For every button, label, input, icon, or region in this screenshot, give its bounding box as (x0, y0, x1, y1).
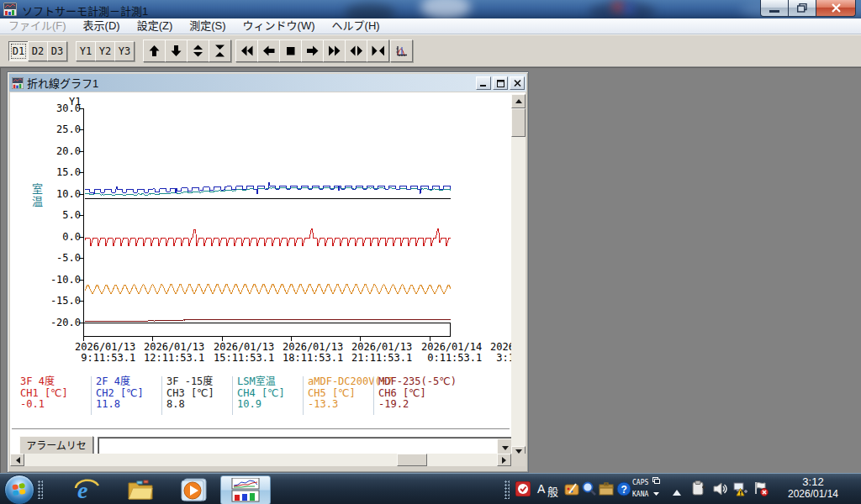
network-warning-icon[interactable] (733, 481, 748, 496)
ime-dictionary-icon[interactable] (599, 481, 614, 496)
toolbar-button-step-down[interactable] (165, 39, 188, 62)
toolbar-button-expand-vertical[interactable] (187, 39, 209, 62)
channel-label: CH1 [℃] (20, 388, 91, 400)
menu-file[interactable]: ファイル(F) (0, 18, 75, 34)
media-player-taskbar-button[interactable] (180, 476, 209, 503)
compress-vertical-icon (214, 45, 227, 57)
toolbar-button-y2[interactable]: Y2 (95, 41, 115, 61)
windows-flag-icon (12, 483, 26, 497)
ime-tools-icon[interactable] (564, 481, 579, 496)
child-minimize-button[interactable] (476, 76, 491, 90)
legend-channel-4: LSM室温CH4 [℃]10.9 (232, 376, 308, 415)
toolbar-button-compress-horizontal[interactable] (367, 39, 389, 62)
toolbar-button-d2[interactable]: D2 (28, 41, 48, 61)
vertical-scrollbar[interactable] (511, 94, 526, 460)
menu-measure[interactable]: 測定(S) (181, 18, 234, 34)
thermo-app-icon (231, 478, 260, 503)
step-down-icon (170, 45, 183, 57)
series-ch6 (85, 319, 451, 322)
tray-grip[interactable] (504, 480, 510, 499)
scroll-right-button[interactable] (497, 454, 511, 466)
menu-settings[interactable]: 設定(Z) (129, 18, 182, 34)
compress-horizontal-icon (372, 45, 385, 57)
titlebar-glass-blob (612, 2, 624, 12)
channel-label: CH4 [℃] (237, 388, 308, 400)
show-hidden-icons-button[interactable] (673, 486, 681, 496)
toolbar-button-pan-left[interactable] (257, 39, 280, 62)
scroll-left-button[interactable] (10, 454, 24, 466)
triangle-up-icon (515, 96, 522, 103)
toolbar-button-step-up[interactable] (143, 39, 166, 62)
toolbar-button-fast-backward[interactable] (235, 39, 258, 62)
fast-forward-icon (328, 45, 341, 57)
active-app-taskbar-button[interactable] (220, 475, 271, 504)
series-ch2 (85, 182, 451, 194)
removable-hardware-icon[interactable] (691, 480, 706, 496)
start-button[interactable] (4, 475, 34, 504)
main-titlebar[interactable]: ソフトサーモ計測－計測1 (0, 0, 861, 19)
child-maximize-button[interactable] (493, 76, 508, 90)
child-close-button[interactable] (510, 76, 525, 90)
menu-help[interactable]: ヘルプ(H) (324, 18, 388, 34)
toolbar-button-d3[interactable]: D3 (47, 41, 67, 61)
toolbar-button-y3[interactable]: Y3 (114, 41, 135, 61)
channel-name: LSM室温 (237, 376, 308, 388)
ime-mode-indicator[interactable]: A (537, 482, 545, 496)
ime-conversion-indicator[interactable]: 般 (547, 483, 558, 499)
graph-window: 折れ線グラフ1 Y1 30.025.020.015.010.05.00.0-5.… (7, 71, 529, 473)
channel-label: CH6 [℃] (378, 388, 449, 400)
ime-caps-kana-indicator[interactable]: CAPS KANA (632, 477, 660, 501)
toolbar-button-d1[interactable]: D1 (8, 41, 29, 61)
expand-horizontal-icon (350, 45, 363, 57)
antivirus-tray-icon[interactable] (515, 481, 531, 496)
pan-right-icon (306, 45, 320, 57)
graph-window-titlebar[interactable]: 折れ線グラフ1 (9, 74, 526, 92)
toolbar-button-stop[interactable] (279, 39, 302, 62)
vertical-scroll-thumb[interactable] (511, 108, 526, 137)
taskbar: e (0, 473, 861, 504)
restore-button[interactable] (789, 0, 816, 17)
x-tick-label: 2026/01/13 9:11:53.1 (75, 342, 135, 364)
divider (12, 428, 510, 432)
horizontal-scrollbar[interactable] (10, 454, 511, 466)
clock[interactable]: 3:12 2026/01/14 (775, 475, 851, 500)
menu-window[interactable]: ウィンドウ(W) (235, 18, 324, 34)
toolbar-button-graph-settings[interactable] (390, 39, 413, 62)
titlebar-glass-blob (624, 3, 634, 13)
window-title: ソフトサーモ計測－計測1 (22, 3, 148, 18)
minimize-button[interactable] (760, 0, 789, 17)
channel-name: aMDF-DC200V(+7 (308, 376, 378, 388)
volume-icon[interactable] (713, 481, 728, 496)
triangle-left-icon (13, 457, 20, 464)
toolbar: D1D2D3Y1Y2Y3 (0, 34, 861, 67)
svg-text:?: ? (621, 484, 627, 496)
toolbar-button-y1[interactable]: Y1 (76, 41, 96, 61)
ie-taskbar-button[interactable]: e (72, 476, 101, 503)
channel-value: -19.2 (378, 399, 449, 411)
minimize-icon (769, 10, 779, 13)
restore-icon (797, 3, 807, 13)
horizontal-scroll-thumb[interactable] (397, 454, 427, 466)
explorer-taskbar-button[interactable] (126, 476, 155, 503)
help-tray-icon[interactable]: ? (616, 481, 631, 496)
toolbar-button-fast-forward[interactable] (323, 39, 346, 62)
menu-view[interactable]: 表示(D) (75, 18, 129, 34)
toolbar-button-compress-vertical[interactable] (209, 39, 231, 62)
close-button[interactable] (816, 0, 856, 17)
channel-value: 10.9 (237, 399, 308, 411)
y-tick-label: -5.0 (30, 253, 81, 264)
x-tick-label: 2026/01/13 18:11:53.1 (283, 342, 343, 364)
toolbar-button-expand-horizontal[interactable] (345, 39, 367, 62)
stop-icon (284, 45, 298, 57)
action-center-flag-icon[interactable] (753, 481, 769, 496)
triangle-right-icon (502, 457, 510, 464)
x-tick-label: 2026/01/13 21:11:53.1 (351, 342, 412, 364)
y-tick-label: 20.0 (30, 146, 81, 157)
ime-pad-icon[interactable] (582, 481, 597, 496)
step-up-icon (148, 45, 161, 57)
toolbar-button-pan-right[interactable] (301, 39, 324, 62)
scroll-up-button[interactable] (511, 94, 526, 108)
series-ch1 (85, 228, 451, 246)
child-minimize-icon (480, 80, 487, 87)
taskbar-grip[interactable] (38, 480, 43, 499)
